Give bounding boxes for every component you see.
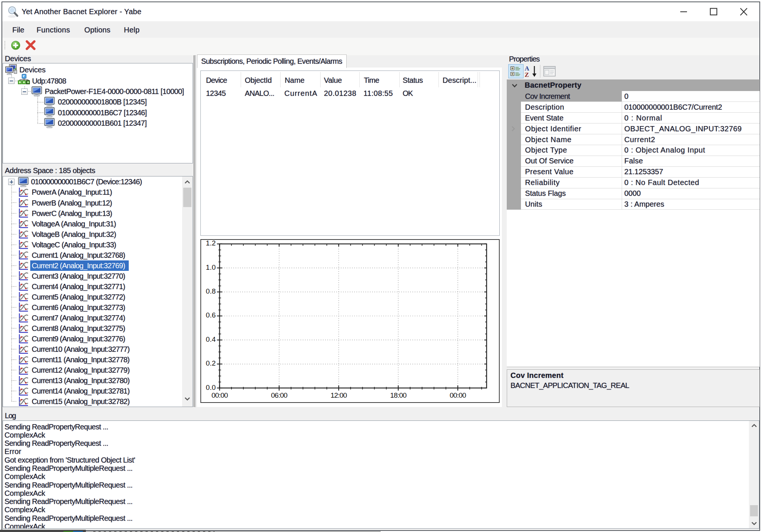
svg-text:0.8: 0.8 [206, 287, 216, 295]
svg-text:0.4: 0.4 [206, 335, 216, 343]
svg-text:Z: Z [525, 71, 529, 78]
svg-text:06:00: 06:00 [271, 391, 287, 399]
svg-text:1.0: 1.0 [206, 263, 216, 271]
svg-text:18:00: 18:00 [390, 391, 406, 399]
svg-text:12:00: 12:00 [331, 391, 347, 399]
svg-text:0.2: 0.2 [206, 359, 216, 367]
svg-text:00:00: 00:00 [212, 391, 228, 399]
svg-text:00:00: 00:00 [450, 391, 466, 399]
svg-text:0.6: 0.6 [206, 311, 216, 319]
svg-text:0.0: 0.0 [206, 384, 216, 391]
svg-text:1.2: 1.2 [206, 240, 216, 247]
